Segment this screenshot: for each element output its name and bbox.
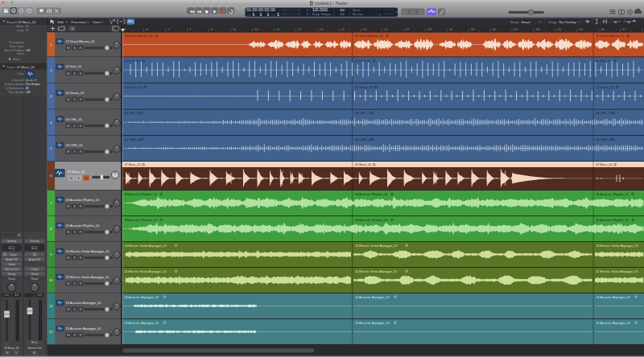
svg-text:0.0: 0.0 xyxy=(14,293,19,297)
svg-text:R: R xyxy=(80,205,82,208)
svg-text:39: 39 xyxy=(536,27,540,31)
svg-text:R: R xyxy=(85,176,88,180)
svg-text:02 Snare_01: 02 Snare_01 xyxy=(596,85,613,89)
svg-text:03 OHL_01: 03 OHL_01 xyxy=(124,111,140,115)
svg-text:02 Snare_01: 02 Snare_01 xyxy=(124,85,142,89)
svg-text:11 Electric Guitar Arpeggio_01: 11 Electric Guitar Arpeggio_01 xyxy=(596,269,638,273)
svg-text:- -: - - xyxy=(21,35,24,39)
svg-text:R: R xyxy=(80,308,82,311)
svg-text:11 Electric Guitar Arpeggio_01: 11 Electric Guitar Arpeggio_01 xyxy=(66,275,110,279)
svg-text:M: M xyxy=(67,231,69,234)
svg-text:R: R xyxy=(80,47,82,50)
svg-text:S: S xyxy=(73,98,76,101)
svg-text:Off: Off xyxy=(26,48,31,52)
svg-text:/16: /16 xyxy=(340,12,345,16)
svg-text:No In: No In xyxy=(353,8,361,12)
svg-text:Flex Mode:: Flex Mode: xyxy=(9,90,25,94)
svg-text:07 Bass_01: 07 Bass_01 xyxy=(596,162,613,166)
svg-text:-1.4: -1.4 xyxy=(4,293,9,297)
svg-text:Output: Output xyxy=(31,268,39,271)
svg-text:03 OHL_01: 03 OHL_01 xyxy=(596,111,612,115)
svg-text:04 OHR_01: 04 OHR_01 xyxy=(124,137,141,142)
svg-text:07 Bass_01: 07 Bass_01 xyxy=(124,162,141,166)
svg-text:14 Acoustic Arpeggio_01: 14 Acoustic Arpeggio_01 xyxy=(355,295,390,299)
svg-text:R: R xyxy=(80,98,82,101)
svg-text:15 Acoustic Arpeggio_01: 15 Acoustic Arpeggio_01 xyxy=(355,321,390,325)
svg-text:S: S xyxy=(77,176,80,180)
svg-text:M: M xyxy=(67,47,69,50)
svg-text:Untitled 1 - Tracks: Untitled 1 - Tracks xyxy=(315,1,348,6)
svg-text:09 Acoustic Rhythm_01: 09 Acoustic Rhythm_01 xyxy=(596,218,629,222)
svg-text:M: M xyxy=(67,282,69,285)
svg-text:08 Acoustic Rhythm_01: 08 Acoustic Rhythm_01 xyxy=(596,192,629,196)
svg-text:45: 45 xyxy=(601,27,605,31)
svg-text:S: S xyxy=(73,150,76,154)
svg-text:15: 15 xyxy=(276,27,280,31)
svg-text:M: M xyxy=(67,150,69,154)
svg-text:Read: Read xyxy=(31,277,38,281)
svg-text:00: 00 xyxy=(272,13,276,17)
svg-text:M: M xyxy=(67,308,69,311)
svg-text:13: 13 xyxy=(254,27,258,31)
svg-text:12 Vocal Warren_01: 12 Vocal Warren_01 xyxy=(66,39,96,43)
svg-text:04 OHR_01: 04 OHR_01 xyxy=(355,137,372,142)
svg-text:03 OHL_01: 03 OHL_01 xyxy=(66,117,83,121)
svg-text:M: M xyxy=(67,98,69,101)
svg-text:R: R xyxy=(80,282,82,285)
svg-text:33: 33 xyxy=(471,27,475,31)
svg-text:Setting: Setting xyxy=(7,240,16,243)
svg-text:?: ? xyxy=(20,10,22,13)
svg-text:Icon:: Icon: xyxy=(18,72,25,76)
svg-text:Input: Input xyxy=(10,253,17,256)
svg-text:R: R xyxy=(80,256,82,260)
svg-text:4/4: 4/4 xyxy=(340,8,345,12)
svg-text:Send: Send xyxy=(8,263,14,266)
svg-text:Edit: Edit xyxy=(58,20,64,24)
svg-text:15 Acoustic Arpeggio_01: 15 Acoustic Arpeggio_01 xyxy=(596,321,630,325)
svg-text:More: More xyxy=(13,57,21,61)
svg-text:S: S xyxy=(73,334,76,337)
svg-text:Stereo Out: Stereo Out xyxy=(28,347,42,350)
svg-text:S: S xyxy=(73,205,76,208)
svg-text:R: R xyxy=(80,150,82,154)
svg-text:Functions: Functions xyxy=(72,20,88,24)
svg-text:43: 43 xyxy=(579,27,583,31)
svg-text:09 Acoustic Rhythm_01: 09 Acoustic Rhythm_01 xyxy=(124,218,157,222)
svg-text:Audio FX: Audio FX xyxy=(6,258,18,261)
svg-text:12: 12 xyxy=(49,330,53,334)
svg-text:1: 1 xyxy=(267,12,270,17)
svg-text:29: 29 xyxy=(427,27,431,31)
svg-text:120.0000: 120.0000 xyxy=(312,8,328,12)
svg-text:01 Kick_01: 01 Kick_01 xyxy=(355,59,370,63)
svg-text:M: M xyxy=(67,125,69,128)
svg-text:M: M xyxy=(67,256,69,260)
svg-text:17: 17 xyxy=(298,27,302,31)
svg-text:EQ: EQ xyxy=(31,245,38,250)
svg-text:08 Acoustic Rhythm_01: 08 Acoustic Rhythm_01 xyxy=(66,198,101,202)
svg-text:0.0: 0.0 xyxy=(38,293,42,297)
svg-text:07 Bass_01: 07 Bass_01 xyxy=(355,162,372,166)
svg-text:10: 10 xyxy=(49,278,53,282)
svg-text:View: View xyxy=(93,20,101,24)
svg-text:Read: Read xyxy=(8,277,14,281)
svg-text:Group: Group xyxy=(31,273,39,276)
svg-text:Setting: Setting xyxy=(31,240,39,243)
svg-text:10 Electric Guitar Arpeggio_01: 10 Electric Guitar Arpeggio_01 xyxy=(66,249,110,253)
svg-text:Track:: Track: xyxy=(6,65,15,69)
svg-text:No Overlap: No Overlap xyxy=(559,20,577,24)
svg-text:09 Acoustic Rhythm_01: 09 Acoustic Rhythm_01 xyxy=(66,224,101,228)
svg-text:EQ: EQ xyxy=(9,245,15,250)
svg-text:S: S xyxy=(73,256,76,260)
svg-text:000 1 1 1 00: 000 1 1 1 00 xyxy=(282,8,301,12)
svg-text:1: 1 xyxy=(260,12,262,17)
svg-text:03 OHL_01: 03 OHL_01 xyxy=(355,111,371,115)
svg-text:37: 37 xyxy=(514,27,518,31)
svg-text:02 Snare_01: 02 Snare_01 xyxy=(66,91,85,95)
svg-text:M: M xyxy=(70,176,72,180)
svg-text:02 Snare_01: 02 Snare_01 xyxy=(355,85,373,89)
svg-text:07.Bass_01: 07.Bass_01 xyxy=(17,65,35,69)
svg-text:07 Bass_01: 07 Bass_01 xyxy=(68,170,85,174)
svg-text:08 Acoustic Rhythm_01: 08 Acoustic Rhythm_01 xyxy=(355,192,388,196)
svg-text:Audio FX: Audio FX xyxy=(29,258,41,261)
svg-text:M: M xyxy=(67,334,69,337)
